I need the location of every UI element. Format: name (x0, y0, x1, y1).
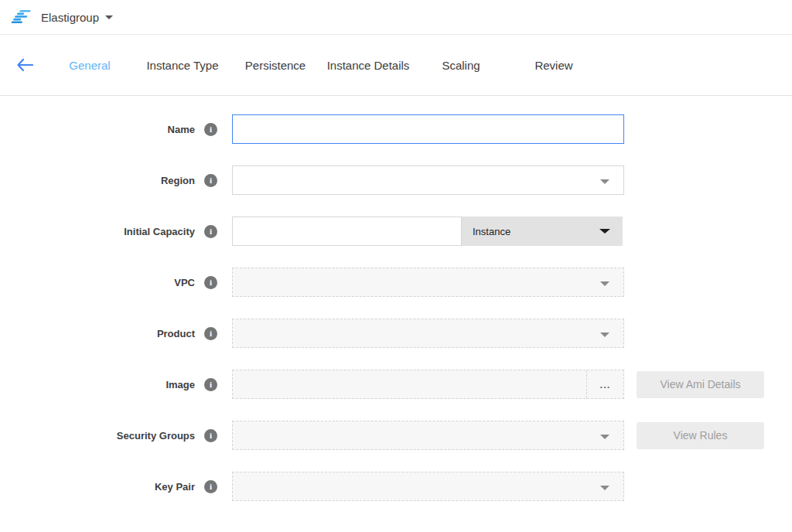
app-switcher-button[interactable]: Elastigroup (41, 11, 113, 24)
initial-capacity-input[interactable] (232, 217, 462, 246)
form-row-vpc: VPC i (0, 268, 792, 297)
key-pair-info-icon[interactable]: i (204, 480, 217, 493)
tab-scaling[interactable]: Scaling (415, 53, 507, 78)
product-label: Product (0, 328, 195, 339)
wizard-tabs: General Instance Type Persistence Instan… (43, 53, 600, 78)
key-pair-select (232, 472, 624, 501)
view-ami-details-button[interactable]: View Ami Details (637, 371, 764, 398)
product-select (232, 319, 624, 348)
chevron-down-icon (599, 229, 610, 234)
tab-review[interactable]: Review (507, 53, 600, 78)
product-info-icon[interactable]: i (204, 327, 217, 340)
form-row-initial-capacity: Initial Capacity i Instance (0, 217, 792, 246)
elastigroup-logo-icon (11, 9, 31, 25)
capacity-unit-select[interactable]: Instance (462, 217, 623, 246)
region-select[interactable] (232, 165, 624, 195)
region-label: Region (0, 175, 195, 186)
initial-capacity-field: Instance (232, 217, 623, 246)
key-pair-label: Key Pair (0, 481, 195, 493)
app-title: Elastigroup (41, 11, 99, 24)
name-label: Name (0, 124, 195, 135)
tab-general[interactable]: General (43, 53, 136, 78)
form-row-image: Image i ... View Ami Details (0, 370, 792, 399)
image-info-icon[interactable]: i (204, 378, 217, 391)
name-input[interactable] (232, 114, 624, 144)
vpc-select (232, 268, 624, 297)
form-row-name: Name i (0, 114, 792, 144)
initial-capacity-info-icon[interactable]: i (204, 225, 217, 238)
tab-instance-type[interactable]: Instance Type (136, 53, 229, 78)
security-groups-info-icon[interactable]: i (204, 429, 217, 442)
image-label: Image (0, 379, 195, 390)
vpc-label: VPC (0, 277, 195, 288)
top-bar: Elastigroup (0, 0, 792, 35)
form-row-region: Region i (0, 165, 792, 195)
initial-capacity-label: Initial Capacity (0, 226, 195, 237)
capacity-unit-value: Instance (473, 226, 510, 237)
image-value (233, 370, 586, 398)
name-info-icon[interactable]: i (204, 123, 217, 136)
region-info-icon[interactable]: i (204, 174, 217, 187)
wizard-tab-bar: General Instance Type Persistence Instan… (0, 35, 792, 96)
image-field: ... (232, 370, 624, 399)
image-browse-button[interactable]: ... (586, 370, 623, 398)
arrow-left-icon (16, 58, 33, 72)
security-groups-select (232, 421, 624, 450)
chevron-down-icon (600, 179, 609, 184)
security-groups-label: Security Groups (0, 430, 195, 442)
tab-persistence[interactable]: Persistence (229, 53, 322, 78)
chevron-down-icon (105, 15, 113, 19)
back-button[interactable] (15, 56, 34, 74)
chevron-down-icon (600, 486, 609, 490)
form-row-security-groups: Security Groups i View Rules (0, 421, 792, 450)
tab-instance-details[interactable]: Instance Details (322, 53, 415, 78)
general-form: Name i Region i Initial Capacity i Insta… (0, 96, 792, 501)
chevron-down-icon (600, 435, 609, 439)
view-rules-button[interactable]: View Rules (637, 422, 764, 449)
chevron-down-icon (600, 332, 609, 337)
form-row-key-pair: Key Pair i (0, 472, 792, 501)
chevron-down-icon (600, 281, 609, 286)
vpc-info-icon[interactable]: i (204, 276, 217, 289)
form-row-product: Product i (0, 319, 792, 348)
